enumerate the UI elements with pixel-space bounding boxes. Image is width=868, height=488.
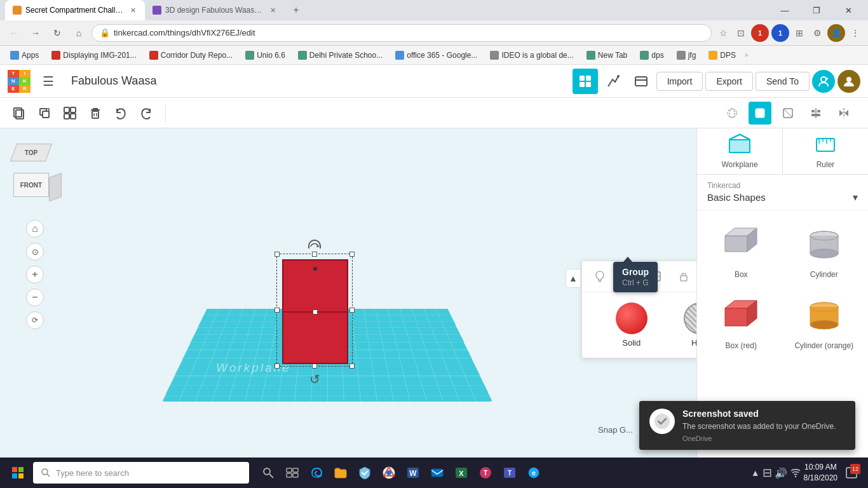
fit-view-button[interactable]: ⊙ bbox=[26, 243, 44, 261]
tab-2[interactable]: 3D design Fabulous Waasa | Tink... ✕ bbox=[145, 0, 285, 20]
screenshot-notification[interactable]: Screenshot saved The screenshot was adde… bbox=[639, 401, 855, 450]
minimize-button[interactable]: — bbox=[770, 0, 799, 20]
extension-blue[interactable]: 1 bbox=[771, 24, 789, 42]
rotate-handle-top[interactable] bbox=[308, 240, 321, 248]
group-btn[interactable] bbox=[58, 102, 81, 125]
handle-ml[interactable] bbox=[275, 308, 280, 313]
bookmark-img[interactable]: Displaying IMG-201... bbox=[46, 50, 141, 61]
panel-collapse-button[interactable]: ▲ bbox=[566, 269, 581, 288]
shape-card-box[interactable]: Box bbox=[702, 218, 780, 284]
taskbar-excel-icon[interactable]: X bbox=[450, 461, 473, 484]
bookmark-ideo[interactable]: IDEO is a global de... bbox=[485, 50, 578, 61]
handle-bm[interactable] bbox=[312, 363, 317, 369]
wireframe-icon[interactable] bbox=[776, 102, 799, 125]
solid-view-icon[interactable] bbox=[749, 102, 771, 125]
menu-icon[interactable]: ☰ bbox=[36, 69, 61, 94]
handle-mr[interactable] bbox=[349, 308, 355, 313]
perspective-icon[interactable] bbox=[721, 102, 743, 125]
bookmark-dps[interactable]: dps bbox=[635, 50, 668, 61]
bookmark-apps[interactable]: Apps bbox=[5, 50, 44, 61]
zoom-out-button[interactable]: − bbox=[26, 288, 44, 306]
export-button[interactable]: Export bbox=[705, 72, 752, 91]
import-button[interactable]: Import bbox=[656, 72, 703, 91]
taskbar-security-icon[interactable] bbox=[353, 461, 376, 484]
copy-btn[interactable] bbox=[8, 102, 31, 125]
tray-up-icon[interactable]: ▲ bbox=[751, 468, 760, 478]
bookmark-newtab[interactable]: New Tab bbox=[581, 50, 632, 61]
community-icon[interactable] bbox=[628, 69, 654, 94]
delete-btn[interactable] bbox=[84, 102, 107, 125]
shapes-dropdown-icon[interactable]: ▾ bbox=[853, 191, 858, 203]
handle-br[interactable] bbox=[349, 363, 355, 369]
bring-to-front-btn[interactable] bbox=[33, 102, 56, 125]
forward-button[interactable]: → bbox=[27, 24, 44, 42]
shapes-category-row[interactable]: Basic Shapes ▾ bbox=[707, 191, 858, 203]
shape-card-cylinder[interactable]: Cylinder bbox=[785, 218, 864, 284]
tray-network-icon[interactable]: ⊟ bbox=[763, 466, 772, 480]
maximize-button[interactable]: ❐ bbox=[802, 0, 831, 20]
align-icon[interactable] bbox=[804, 102, 827, 125]
taskbar-mail-icon[interactable] bbox=[426, 461, 449, 484]
mirror-icon[interactable] bbox=[832, 102, 855, 125]
undo-btn[interactable] bbox=[109, 102, 132, 125]
orientation-button[interactable]: ⟳ bbox=[26, 311, 44, 329]
view-cube-top[interactable]: TOP bbox=[10, 144, 52, 161]
bookmark-jfg[interactable]: jfg bbox=[672, 50, 702, 61]
tab-2-close[interactable]: ✕ bbox=[269, 5, 277, 16]
redo-btn[interactable] bbox=[135, 102, 158, 125]
bookmark-office365[interactable]: office 365 - Google... bbox=[390, 50, 482, 61]
3d-shape-group[interactable]: ↺ bbox=[276, 240, 353, 387]
add-user-button[interactable] bbox=[812, 70, 835, 93]
zoom-in-button[interactable]: + bbox=[26, 266, 44, 283]
settings-icon[interactable]: ⚙ bbox=[810, 25, 825, 41]
notification-center-button[interactable]: 12 bbox=[840, 461, 863, 484]
view-cube-container[interactable]: TOP FRONT bbox=[8, 144, 62, 197]
workplane-button[interactable]: Workplane bbox=[697, 128, 782, 174]
bookmark-corridor[interactable]: Corridor Duty Repo... bbox=[144, 50, 238, 61]
tray-wifi-icon[interactable] bbox=[790, 466, 801, 480]
close-button[interactable]: ✕ bbox=[834, 0, 863, 20]
hole-shape-button[interactable]: Hole bbox=[684, 302, 696, 348]
solid-shape-button[interactable]: Solid bbox=[616, 302, 648, 348]
bookmark-delhi[interactable]: Delhi Private Schoo... bbox=[293, 50, 388, 61]
taskbar-search[interactable]: Type here to search bbox=[33, 462, 249, 484]
shape-card-box-red[interactable]: Box (red) bbox=[702, 289, 780, 355]
new-tab-button[interactable]: + bbox=[287, 1, 305, 19]
address-input[interactable]: 🔒 tinkercad.com/things/dhVfiX276EJ/edit bbox=[92, 24, 712, 42]
handle-bl[interactable] bbox=[275, 363, 280, 369]
taskbar-clock[interactable]: 10:09 AM 8/18/2020 bbox=[804, 462, 837, 484]
taskbar-ie-icon[interactable]: e bbox=[522, 461, 545, 484]
taskbar-search-icon[interactable] bbox=[257, 461, 280, 484]
taskbar-app8-icon[interactable]: T bbox=[474, 461, 497, 484]
refresh-button[interactable]: ↻ bbox=[48, 24, 66, 42]
light-bulb-icon[interactable] bbox=[590, 266, 610, 287]
taskbar-teams-icon[interactable]: T bbox=[498, 461, 521, 484]
tray-volume-icon[interactable]: 🔊 bbox=[775, 467, 787, 479]
tinker-icon[interactable] bbox=[600, 69, 626, 94]
extension-red[interactable]: 1 bbox=[751, 24, 769, 42]
tinkercad-logo[interactable]: T I N K E R bbox=[8, 70, 31, 93]
more-icon[interactable]: ⋮ bbox=[848, 25, 863, 41]
home-button[interactable]: ⌂ bbox=[70, 24, 88, 42]
tab-1-close[interactable]: ✕ bbox=[129, 5, 137, 16]
ruler-button[interactable]: Ruler bbox=[782, 128, 868, 174]
bookmarks-more-icon[interactable]: » bbox=[745, 51, 749, 58]
back-button[interactable]: ← bbox=[5, 24, 23, 42]
home-view-button[interactable]: ⌂ bbox=[26, 220, 44, 238]
extensions-icon[interactable]: ⊞ bbox=[792, 25, 807, 41]
collections-icon[interactable]: ⊡ bbox=[733, 25, 749, 41]
taskbar-chrome-icon[interactable] bbox=[377, 461, 400, 484]
tab-1[interactable]: Secret Compartment Challenge ✕ bbox=[5, 0, 145, 20]
taskbar-word-icon[interactable]: W bbox=[402, 461, 424, 484]
start-button[interactable] bbox=[5, 460, 31, 485]
taskbar-edge-icon[interactable] bbox=[305, 461, 328, 484]
view-cube-right[interactable] bbox=[49, 173, 62, 201]
handle-tl[interactable] bbox=[275, 252, 280, 257]
view-cube-front[interactable]: FRONT bbox=[13, 173, 49, 197]
handle-tr[interactable] bbox=[349, 252, 355, 257]
user-avatar[interactable] bbox=[837, 70, 860, 93]
canvas-area[interactable]: Workplane Snap G... bbox=[60, 128, 696, 458]
bookmark-unio[interactable]: Unio 6.6 bbox=[240, 50, 290, 61]
rotate-handle-bottom[interactable]: ↺ bbox=[276, 372, 353, 387]
shape-card-cylinder-orange[interactable]: Cylinder (orange) bbox=[785, 289, 864, 355]
